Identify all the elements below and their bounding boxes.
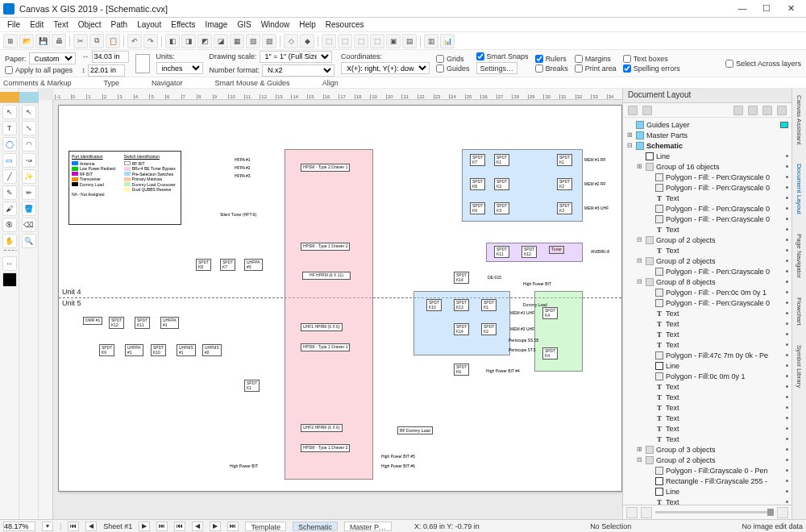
cut-icon[interactable]: ✂	[73, 34, 88, 48]
palette-handle[interactable]	[19, 92, 39, 103]
tree-node[interactable]: ⊞Master Parts	[626, 130, 788, 140]
tool-icon[interactable]: ▣	[386, 34, 401, 48]
tree-node[interactable]: TText	[626, 318, 788, 329]
tree-node[interactable]: Polygon - Fill: - Pen:Grayscale 0	[626, 214, 788, 224]
footer-icon[interactable]	[641, 507, 652, 518]
drawing-scale-select[interactable]: 1" = 1" (Full Size)	[260, 51, 332, 63]
zoom-input[interactable]	[3, 522, 35, 531]
guides-checkbox[interactable]	[436, 64, 444, 73]
print-area-checkbox[interactable]	[575, 64, 583, 73]
menu-window[interactable]: Window	[257, 19, 294, 30]
print-icon[interactable]: 🖶	[52, 34, 66, 48]
menu-layout[interactable]: Layout	[133, 19, 165, 30]
tool-icon[interactable]: ⬚	[354, 34, 368, 48]
side-tab-flowchart[interactable]: Flowchart	[796, 296, 803, 327]
text-boxes-checkbox[interactable]	[623, 55, 631, 63]
tree-node[interactable]: TText	[626, 308, 788, 318]
tree-node[interactable]: TText	[626, 245, 788, 256]
tool-icon[interactable]: ◇	[284, 34, 298, 48]
options-icon[interactable]	[777, 106, 787, 115]
menu-image[interactable]: Image	[202, 19, 232, 30]
tree-node[interactable]: ⊟Group of 2 objects	[626, 235, 788, 245]
tool-icon[interactable]: ◪	[214, 34, 228, 48]
tree-node[interactable]: Line	[626, 360, 788, 371]
tool-icon[interactable]: ▤	[402, 34, 417, 48]
tree-node[interactable]: TText	[626, 423, 788, 434]
tree-node[interactable]: Polygon - Fill: - Pen:Grayscale 0	[626, 172, 788, 182]
tree-node[interactable]: Polygon - Fill: - Pen:Grayscale 0	[626, 266, 788, 276]
height-input[interactable]	[88, 64, 125, 77]
tree-node[interactable]: Polygon - Fill: - Pen:0c 0m 0y 1	[626, 287, 788, 297]
tool-icon[interactable]: ▧	[246, 34, 260, 48]
path-tool-icon[interactable]: ↝	[22, 153, 36, 168]
tool-icon[interactable]: ⬚	[322, 34, 336, 48]
side-tab-canvas-assistant[interactable]: Canvas Assistant	[796, 94, 803, 146]
save-icon[interactable]: 💾	[35, 34, 50, 48]
drawing-page[interactable]: Port Identification Antenna Low Power Re…	[58, 105, 622, 492]
fill-swatch-icon[interactable]	[2, 272, 17, 287]
tree-node[interactable]: ⊟Group of 8 objects	[626, 276, 788, 287]
units-select[interactable]: inches	[156, 62, 203, 74]
menu-file[interactable]: File	[3, 19, 24, 30]
tree-node[interactable]: TText	[626, 434, 788, 444]
nav-icon[interactable]: ⏮	[174, 522, 185, 531]
nav-icon[interactable]: ⏭	[227, 522, 239, 531]
pointer-tool-icon[interactable]: ↖	[2, 105, 17, 119]
tree-node[interactable]: TText	[626, 413, 788, 423]
tool-icon[interactable]: ▨	[262, 34, 276, 48]
nav-icon[interactable]: ◀	[192, 522, 203, 531]
tool-icon[interactable]: ◨	[181, 34, 196, 48]
line-tool-icon[interactable]: ╱	[2, 169, 17, 184]
menu-resources[interactable]: Resources	[322, 19, 368, 30]
tree-node[interactable]: TText	[626, 193, 788, 203]
side-tab-page-navigator[interactable]: Page Navigator	[796, 232, 803, 280]
tool-icon[interactable]: ▦	[230, 34, 244, 48]
maximize-button[interactable]: ☐	[754, 3, 779, 14]
tree-node[interactable]: Polygon - Fill: - Pen:Grayscale 0	[626, 203, 788, 214]
subtab-type[interactable]: Type	[104, 79, 120, 87]
lasso-tool-icon[interactable]: ◠	[22, 137, 36, 152]
coordinates-select[interactable]: X(+): right, Y(+): down	[341, 62, 430, 74]
page-orientation-icon[interactable]	[135, 54, 150, 73]
spelling-checkbox[interactable]	[623, 64, 631, 73]
tree-node[interactable]: TText	[626, 392, 788, 402]
tree-node[interactable]: Polygon - Fill:0c 0m 0y 1	[626, 371, 788, 381]
tree-node[interactable]: ⊞Group of 16 objects	[626, 161, 788, 172]
tool-icon[interactable]: ◩	[197, 34, 212, 48]
tree-node[interactable]: ⊟Group of 2 objects	[626, 256, 788, 266]
rulers-checkbox[interactable]	[535, 55, 543, 63]
settings-button[interactable]: Settings…	[476, 62, 518, 74]
tree-node[interactable]: TText	[626, 381, 788, 392]
duplicate-layer-icon[interactable]	[642, 106, 652, 115]
ellipse-tool-icon[interactable]: ◯	[2, 137, 17, 152]
palette-handle[interactable]	[0, 92, 19, 103]
pen-tool-icon[interactable]: ✎	[2, 185, 17, 200]
new-file-icon[interactable]: 🗎	[3, 34, 18, 48]
tree-node[interactable]: Line	[626, 486, 788, 497]
tree-node[interactable]: Polygon - Fill:Grayscale 0 - Pen	[626, 465, 788, 476]
apply-all-pages-checkbox[interactable]	[5, 66, 13, 74]
breaks-checkbox[interactable]	[535, 64, 543, 73]
nav-icon[interactable]: ▶	[210, 522, 221, 531]
tree-node[interactable]: Polygon - Fill: - Pen:Grayscale 0	[626, 182, 788, 193]
side-tab-document-layout[interactable]: Document Layout	[796, 162, 803, 216]
wand-tool-icon[interactable]: ✨	[22, 169, 36, 184]
open-icon[interactable]: 📂	[19, 34, 34, 48]
undo-icon[interactable]: ↶	[127, 34, 142, 48]
tree-node[interactable]: ⊟Group of 2 objects	[626, 455, 788, 465]
direct-select-icon[interactable]: ↖	[22, 105, 36, 119]
sheet-tab-template[interactable]: Template	[245, 522, 286, 531]
tree-node[interactable]: Line	[626, 151, 788, 161]
copy-icon[interactable]: ⧉	[89, 34, 104, 48]
visibility-icon[interactable]	[733, 106, 743, 115]
redo-icon[interactable]: ↷	[143, 34, 158, 48]
tree-node[interactable]: ⊞Group of 3 objects	[626, 444, 788, 455]
chart-icon[interactable]: 📊	[440, 34, 455, 48]
menu-effects[interactable]: Effects	[167, 19, 199, 30]
number-format-select[interactable]: N.x2	[262, 64, 334, 77]
arrowline-icon[interactable]: ↔	[2, 256, 17, 271]
rect-tool-icon[interactable]: ▭	[2, 153, 17, 168]
brush-tool-icon[interactable]: 🖌	[2, 202, 17, 216]
delete-icon[interactable]	[777, 507, 788, 518]
minimize-button[interactable]: —	[730, 3, 754, 14]
